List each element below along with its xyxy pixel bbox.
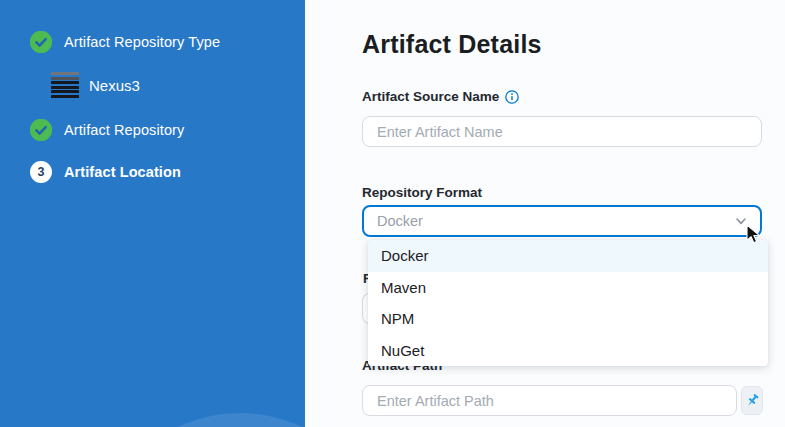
artifact-source-name-label: Artifact Source Name bbox=[362, 89, 519, 104]
step-label: Artifact Repository Type bbox=[64, 34, 220, 50]
artifact-source-name-input[interactable] bbox=[362, 116, 762, 147]
dropdown-option-maven[interactable]: Maven bbox=[368, 272, 768, 304]
step-number-badge: 3 bbox=[30, 161, 52, 183]
repository-format-select[interactable]: Docker bbox=[362, 205, 762, 237]
step-complete-check-icon bbox=[30, 119, 52, 141]
sidebar-step-artifact-location[interactable]: 3 Artifact Location bbox=[30, 161, 181, 183]
step-complete-check-icon bbox=[30, 31, 52, 53]
dropdown-option-docker[interactable]: Docker bbox=[368, 240, 768, 272]
sidebar-step-artifact-repository-type[interactable]: Artifact Repository Type bbox=[30, 31, 220, 53]
artifact-path-input[interactable] bbox=[362, 385, 737, 416]
step-label: Artifact Repository bbox=[64, 122, 184, 138]
repository-format-label: Repository Format bbox=[362, 185, 482, 200]
wizard-sidebar: Artifact Repository Type Nexus3 Artifact… bbox=[0, 0, 305, 427]
sidebar-step-artifact-repository[interactable]: Artifact Repository bbox=[30, 119, 184, 141]
artifact-wizard-screen: Artifact Repository Type Nexus3 Artifact… bbox=[0, 0, 785, 427]
repository-format-label-text: Repository Format bbox=[362, 185, 482, 200]
nexus3-icon bbox=[51, 72, 79, 98]
sidebar-item-nexus3[interactable]: Nexus3 bbox=[51, 72, 140, 98]
nexus3-label: Nexus3 bbox=[89, 77, 140, 94]
artifact-source-name-label-text: Artifact Source Name bbox=[362, 89, 499, 104]
info-icon[interactable] bbox=[505, 90, 519, 104]
step-label: Artifact Location bbox=[64, 164, 181, 180]
pushpin-icon bbox=[745, 393, 760, 408]
chevron-down-icon bbox=[734, 214, 748, 228]
sidebar-decorative-circle bbox=[95, 413, 305, 427]
dropdown-option-npm[interactable]: NPM bbox=[368, 303, 768, 335]
repository-format-dropdown-menu: Docker Maven NPM NuGet bbox=[368, 240, 768, 366]
pin-button[interactable] bbox=[741, 386, 763, 415]
dropdown-option-nuget[interactable]: NuGet bbox=[368, 335, 768, 367]
page-title: Artifact Details bbox=[362, 30, 542, 59]
repository-format-selected-value: Docker bbox=[377, 213, 423, 229]
